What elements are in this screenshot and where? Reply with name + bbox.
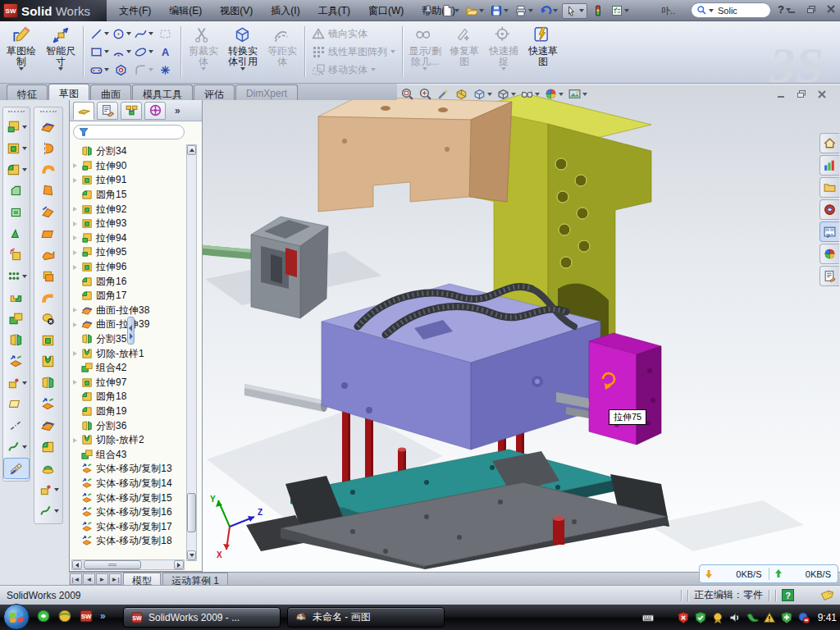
dropdown-arrow-icon[interactable]: [22, 381, 27, 385]
toolbar-grip[interactable]: [40, 111, 57, 114]
shell-tool-button[interactable]: [3, 202, 30, 223]
cmd-sketch-pencil-button[interactable]: 草图绘 制: [2, 23, 41, 80]
phone-green-icon[interactable]: [746, 611, 759, 624]
loft-cut-tool-button[interactable]: [34, 351, 62, 372]
revolve-surface-tool-button[interactable]: [34, 138, 62, 159]
dropdown-arrow-icon[interactable]: [535, 93, 540, 96]
menu-6[interactable]: 窗口(W): [359, 0, 413, 22]
curve-tool-button[interactable]: [34, 500, 62, 522]
sketch-sketch-text-button[interactable]: A: [154, 43, 176, 61]
dropdown-arrow-icon[interactable]: [501, 67, 506, 71]
expand-arrow-icon[interactable]: [71, 250, 79, 255]
sparkle-tool-button[interactable]: [34, 479, 62, 500]
part-tan-block[interactable]: [318, 97, 512, 212]
taskpane-tab-solidworks-resources[interactable]: [819, 155, 839, 176]
tree-item[interactable]: 曲面-拉伸38: [71, 304, 186, 318]
display-style-button[interactable]: [496, 87, 516, 101]
tree-item[interactable]: 拉伸90: [71, 159, 186, 174]
dropdown-arrow-icon[interactable]: [22, 147, 27, 150]
dropdown-arrow-icon[interactable]: [240, 67, 245, 71]
scroll-right-button[interactable]: [174, 560, 184, 569]
menu-1[interactable]: 文件(F): [110, 0, 160, 22]
dropdown-arrow-icon[interactable]: [201, 67, 206, 71]
tree-item[interactable]: 实体-移动/复制15: [71, 491, 186, 505]
chamfer-tool-button[interactable]: [3, 180, 30, 202]
dropdown-arrow-icon[interactable]: [390, 50, 395, 53]
view-orientation-button[interactable]: [472, 87, 492, 101]
tree-horizontal-scrollbar[interactable]: [71, 559, 185, 570]
tab-nav-first-button[interactable]: |◄: [70, 573, 82, 585]
tree-item[interactable]: 圆角16: [71, 274, 186, 289]
tree-item[interactable]: 实体-移动/复制18: [71, 534, 186, 549]
bend-tool-button[interactable]: [34, 287, 62, 308]
dropdown-arrow-icon[interactable]: [148, 32, 153, 35]
split-tool-button[interactable]: [34, 372, 62, 394]
extrude-b-tool-button[interactable]: [3, 138, 30, 159]
graphics-viewport[interactable]: Y Z X: [203, 85, 840, 572]
dropdown-arrow-icon[interactable]: [19, 67, 24, 71]
model-tab-运动算例 1[interactable]: 运动算例 1: [162, 573, 228, 585]
new-document-icon[interactable]: [441, 4, 454, 17]
part-gray-cylinder[interactable]: [244, 384, 327, 412]
open-folder-icon[interactable]: [465, 4, 478, 17]
print-icon[interactable]: [514, 4, 527, 17]
tree-item[interactable]: 实体-移动/复制17: [71, 519, 186, 534]
sweep-surface-tool-button[interactable]: [34, 159, 62, 180]
expand-arrow-icon[interactable]: [71, 351, 79, 356]
menu-2[interactable]: 编辑(E): [160, 0, 211, 22]
tree-item[interactable]: 实体-移动/复制14: [71, 477, 186, 491]
tree-filter-input[interactable]: [73, 125, 185, 139]
combine-tool-button[interactable]: [3, 308, 30, 330]
dropdown-arrow-icon[interactable]: [148, 50, 153, 53]
tree-item[interactable]: 拉伸92: [71, 202, 186, 217]
dropdown-arrow-icon[interactable]: [126, 32, 131, 35]
restore-button[interactable]: [804, 2, 819, 16]
planar-surface-tool-button[interactable]: [34, 223, 62, 244]
rib-tool-button[interactable]: [3, 223, 30, 244]
dropdown-arrow-icon[interactable]: [148, 68, 153, 71]
scene-button[interactable]: [568, 87, 587, 101]
freeform-tool-button[interactable]: [34, 244, 62, 266]
taskpane-tab-toolbox[interactable]: [819, 199, 839, 220]
tree-item[interactable]: 拉伸94: [71, 231, 186, 246]
sketch-rectangle-button[interactable]: [88, 43, 110, 61]
mirror-feature-tool-button[interactable]: [3, 287, 30, 308]
delete-face-tool-button[interactable]: [34, 308, 62, 330]
scroll-thumb[interactable]: [187, 493, 196, 532]
shield-red-icon[interactable]: [677, 611, 690, 624]
fillet-tool-button[interactable]: [3, 159, 30, 180]
tab-评估[interactable]: 评估: [194, 84, 235, 100]
extrude-a-tool-button[interactable]: [3, 116, 30, 138]
pin-icon[interactable]: [422, 4, 435, 17]
dropdown-arrow-icon[interactable]: [559, 93, 564, 96]
dropdown-arrow-icon[interactable]: [504, 9, 509, 12]
panel-tab-property-manager[interactable]: [97, 102, 118, 120]
tree-item[interactable]: 圆角17: [71, 289, 186, 304]
menu-4[interactable]: 插入(I): [262, 0, 308, 22]
zoom-fit-button[interactable]: [400, 87, 414, 101]
dropdown-arrow-icon[interactable]: [582, 93, 587, 96]
panel-tab-dimxpert-manager[interactable]: [144, 102, 166, 120]
sketch-point-button[interactable]: [154, 61, 176, 79]
doc-close-button[interactable]: [815, 89, 829, 100]
tree-item[interactable]: 圆角18: [71, 390, 186, 404]
part-gray-tool[interactable]: [251, 217, 328, 318]
sketch-ellipse-button[interactable]: [132, 43, 154, 61]
expand-arrow-icon[interactable]: [71, 438, 79, 443]
taskpane-tab-file-explorer[interactable]: [819, 221, 839, 242]
sketch-polygon-button[interactable]: [110, 61, 132, 79]
tree-item[interactable]: 分割36: [71, 418, 186, 433]
close-button[interactable]: [824, 2, 838, 16]
dropdown-arrow-icon[interactable]: [22, 275, 27, 278]
tree-vertical-scrollbar[interactable]: [186, 144, 197, 561]
dropdown-arrow-icon[interactable]: [553, 9, 558, 12]
dropdown-arrow-icon[interactable]: [579, 9, 584, 12]
scroll-down-button[interactable]: [187, 550, 196, 560]
section-view-button[interactable]: [454, 87, 468, 101]
expand-arrow-icon[interactable]: [71, 322, 79, 327]
tree-item[interactable]: 拉伸91: [71, 173, 186, 188]
dropdown-arrow-icon[interactable]: [54, 488, 59, 491]
dropdown-arrow-icon[interactable]: [22, 168, 27, 171]
expand-arrow-icon[interactable]: [71, 265, 79, 270]
dropdown-arrow-icon[interactable]: [22, 126, 27, 129]
